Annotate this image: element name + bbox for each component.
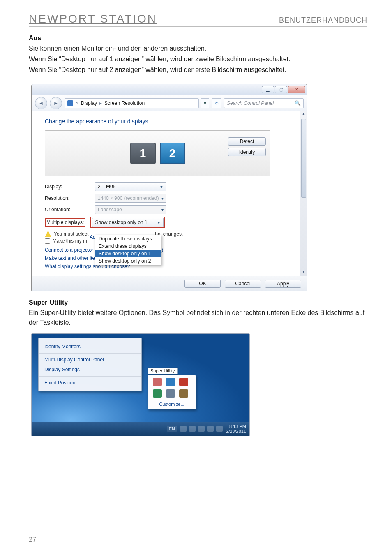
menu-identify-monitors[interactable]: Identify Monitors: [39, 342, 141, 352]
tray-power-icon[interactable]: [207, 426, 214, 432]
scrollbar-thumb[interactable]: [301, 119, 306, 198]
chevron-down-icon: ▼: [157, 220, 161, 225]
popup-opt-extend[interactable]: Extend these displays: [95, 243, 161, 250]
monitor-preview[interactable]: 1 2 Detect Identify: [45, 130, 270, 176]
multiple-displays-dropdown[interactable]: Show desktop only on 1 ▼: [92, 218, 164, 227]
make-main-display-label: Make this my m: [53, 238, 87, 244]
dialog-heading: Change the appearance of your displays: [45, 118, 293, 125]
search-icon: 🔍: [295, 100, 301, 106]
dialog-content: Change the appearance of your displays 1…: [32, 111, 300, 276]
cancel-button[interactable]: Cancel: [225, 280, 261, 288]
chevron-down-icon: ▼: [159, 185, 164, 189]
popup-opt-only2[interactable]: Show desktop only on 2: [95, 257, 161, 265]
tray-icon-5[interactable]: [166, 389, 175, 398]
multiple-displays-popup[interactable]: Duplicate these displays Extend these di…: [95, 235, 161, 265]
make-main-display-checkbox[interactable]: [45, 238, 50, 244]
control-panel-icon: [67, 100, 73, 106]
maximize-button[interactable]: ▢: [275, 86, 287, 93]
chevron-down-icon: ▾: [161, 196, 164, 201]
ok-button[interactable]: OK: [184, 280, 221, 288]
tray-icon-3[interactable]: [179, 378, 188, 386]
header-right: BENUTZERHANDBUCH: [279, 16, 367, 25]
aus-para-1: Sie können einen Monitor ein- und den an…: [29, 44, 367, 53]
breadcrumb[interactable]: « Display ▸ Screen Resolution: [65, 98, 199, 108]
section-super-utility-title: Super-Utility: [29, 299, 367, 306]
screen-resolution-dialog: ▁ ▢ ✕ ◄ ► « Display ▸ Screen Resolution …: [31, 84, 307, 291]
menu-multi-display-panel[interactable]: Multi-Display Control Panel: [39, 353, 141, 365]
language-indicator[interactable]: EN: [167, 426, 177, 432]
menu-fixed-position[interactable]: Fixed Position: [39, 376, 141, 388]
apply-button[interactable]: Apply: [265, 280, 301, 288]
taskbar[interactable]: EN 8:13 PM 2/23/2011: [32, 422, 249, 436]
search-placeholder: Search Control Panel: [227, 100, 274, 106]
display-help-link[interactable]: What display settings should I choose?: [45, 264, 293, 269]
monitor-1[interactable]: 1: [130, 143, 156, 164]
projector-link[interactable]: Connect to a projector (or press the key…: [45, 247, 293, 253]
tray-icon-4[interactable]: [153, 389, 162, 398]
header-left: NEWPORT STATION: [29, 12, 157, 25]
scroll-up-icon[interactable]: ▲: [300, 111, 307, 118]
breadcrumb-sep-icon: ▸: [99, 100, 102, 106]
taskbar-tray-icons[interactable]: [180, 426, 223, 432]
popup-opt-only1[interactable]: Show desktop only on 1: [95, 250, 161, 257]
breadcrumb-screenres[interactable]: Screen Resolution: [104, 100, 145, 106]
page-header: NEWPORT STATION BENUTZERHANDBUCH: [29, 12, 367, 27]
super-utility-para: Ein Super-Utility bietet weitere Optione…: [29, 308, 367, 328]
aus-para-2: Wenn Sie “Desktop nur auf 1 anzeigen” wä…: [29, 54, 367, 64]
tray-network-icon[interactable]: [198, 426, 205, 432]
warning-text-a: You must select: [54, 231, 88, 237]
tray-chevron-icon[interactable]: [180, 426, 187, 432]
resolution-value: 1440 × 900 (recommended): [98, 195, 159, 201]
refresh-button[interactable]: ↻: [212, 98, 221, 108]
tray-popup[interactable]: Customize...: [148, 375, 196, 409]
tray-flag-icon[interactable]: [189, 426, 196, 432]
orientation-value: Landscape: [98, 207, 122, 213]
page-number: 27: [29, 536, 36, 543]
tray-volume-icon[interactable]: [216, 426, 223, 432]
tray-icon-1[interactable]: [153, 378, 162, 386]
identify-button[interactable]: Identify: [228, 148, 266, 156]
super-utility-menu[interactable]: Identify Monitors Multi-Display Control …: [38, 338, 142, 391]
orientation-dropdown[interactable]: Landscape ▾: [95, 205, 166, 214]
tray-icon-2[interactable]: [166, 378, 175, 386]
vertical-scrollbar[interactable]: ▲ ▼: [300, 111, 307, 276]
popup-opt-duplicate[interactable]: Duplicate these displays: [95, 235, 161, 243]
super-utility-screenshot: Identify Monitors Multi-Display Control …: [31, 333, 250, 436]
label-orientation: Orientation:: [45, 207, 90, 213]
super-utility-tooltip: Super Utility: [148, 368, 178, 374]
breadcrumb-display[interactable]: Display: [81, 100, 97, 106]
dialog-footer: OK Cancel Apply: [32, 276, 307, 291]
label-resolution: Resolution:: [45, 195, 90, 201]
aus-para-3: Wenn Sie “Desktop nur auf 2 anzeigen” wä…: [29, 65, 367, 75]
display-value: 2. LM05: [98, 184, 115, 190]
section-aus-title: Aus: [29, 35, 367, 42]
text-size-link[interactable]: Make text and other items larger or smal…: [45, 255, 293, 261]
display-dropdown[interactable]: 2. LM05 ▼: [95, 182, 166, 191]
tray-customize-link[interactable]: Customize...: [150, 402, 193, 407]
nav-forward-button[interactable]: ►: [50, 97, 62, 109]
scroll-down-icon[interactable]: ▼: [300, 269, 307, 276]
close-button[interactable]: ✕: [288, 86, 305, 93]
apply-warning: You must select hal changes.: [45, 231, 293, 237]
tray-icon-6[interactable]: [179, 389, 188, 398]
nav-back-button[interactable]: ◄: [35, 97, 47, 109]
search-input[interactable]: Search Control Panel 🔍: [224, 98, 304, 108]
taskbar-clock[interactable]: 8:13 PM 2/23/2011: [226, 424, 246, 434]
multiple-displays-value: Show desktop only on 1: [95, 220, 147, 225]
warning-icon: [45, 231, 51, 237]
breadcrumb-back-chevron[interactable]: «: [76, 100, 78, 106]
chevron-down-icon: ▾: [161, 208, 164, 212]
address-dropdown[interactable]: ▾: [201, 98, 209, 108]
clock-date: 2/23/2011: [226, 429, 246, 434]
label-display: Display:: [45, 184, 90, 190]
window-titlebar[interactable]: ▁ ▢ ✕: [32, 84, 307, 95]
resolution-dropdown[interactable]: 1440 × 900 (recommended) ▾: [95, 194, 166, 203]
monitor-2[interactable]: 2: [160, 143, 185, 164]
label-multiple-displays: Multiple displays:: [46, 220, 84, 225]
detect-button[interactable]: Detect: [228, 137, 266, 146]
minimize-button[interactable]: ▁: [262, 86, 274, 93]
menu-display-settings[interactable]: Display Settings: [39, 365, 141, 375]
clock-time: 8:13 PM: [226, 424, 246, 429]
address-bar: ◄ ► « Display ▸ Screen Resolution ▾ ↻ Se…: [32, 95, 307, 111]
